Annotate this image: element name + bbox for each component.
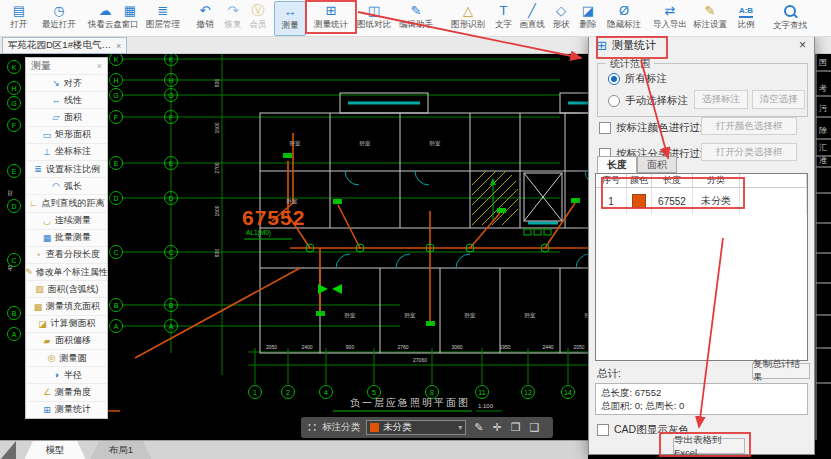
svg-text:卧室: 卧室 <box>360 140 372 146</box>
measure-panel-item-11[interactable]: ✎修改单个标注属性 <box>26 263 107 280</box>
measure-panel-item-14[interactable]: ◪计算侧面积 <box>26 315 107 332</box>
measure-item-icon: ◠ <box>51 181 61 191</box>
copy-total-button[interactable]: 复制总计结果 <box>752 363 810 379</box>
measure-panel-item-5[interactable]: ≣设置标注比例 <box>26 160 107 177</box>
paste-icon[interactable]: ❑ <box>530 421 540 434</box>
svg-text:1: 1 <box>253 389 257 396</box>
layout-tab-模型[interactable]: 模型 <box>24 441 86 459</box>
tab-area[interactable]: 面积 <box>637 156 677 173</box>
row-category-cell: 未分类 <box>693 188 740 214</box>
dialog-close-icon[interactable]: × <box>799 38 806 52</box>
move-icon[interactable]: ✛ <box>493 421 502 434</box>
svg-text:82: 82 <box>7 190 13 196</box>
row-color-swatch <box>632 194 646 208</box>
svg-text:K: K <box>12 64 17 71</box>
measure-panel-item-19[interactable]: ⊞测量统计 <box>26 401 107 418</box>
summary-total-area: 总面积: 0; 总周长: 0 <box>601 399 802 412</box>
measure-panel-item-7[interactable]: ∟点到直线的距离 <box>26 194 107 211</box>
svg-text:C: C <box>11 257 16 264</box>
measure-item-icon: ≣ <box>33 164 43 174</box>
toolbar-button-open[interactable]: ▤打开 <box>2 1 36 34</box>
measure-item-icon: ◎ <box>47 353 57 363</box>
measure-panel-item-1[interactable]: ↔线性 <box>26 91 107 108</box>
copy-icon[interactable]: ❐ <box>511 421 521 434</box>
toolbar-button-vip[interactable]: Ⓥ会员 <box>243 1 273 34</box>
toolbar-button-text[interactable]: T文字 <box>490 1 517 34</box>
measure-panel-item-13[interactable]: ▩测量填充面积 <box>26 297 107 314</box>
toolbar-button-import-export[interactable]: ⇄导入导出 <box>648 1 692 34</box>
toolbar-button-shapes[interactable]: ◇形状 <box>548 1 574 34</box>
recent-open-label: 最近打开 <box>42 19 76 31</box>
svg-text:污: 污 <box>819 104 827 113</box>
draw-line-icon: ╱ <box>528 4 536 18</box>
measure-panel-item-17[interactable]: ◑半径 <box>26 366 107 383</box>
toolbar-button-hide-annotation[interactable]: Ø隐藏标注 <box>602 1 646 34</box>
measure-panel-item-9[interactable]: ▦批量测量 <box>26 229 107 246</box>
toolbar-button-drawing-compare[interactable]: ◫图纸对比 <box>352 1 396 34</box>
svg-text:1500: 1500 <box>214 205 220 216</box>
svg-text:D: D <box>11 203 16 210</box>
toolbar-button-draw-line[interactable]: ╱画直线 <box>516 1 548 34</box>
measure-stats-dialog: ⊞ 测量统计 × 统计范围 所有标注 手动选择标注 选择标注 清空选择 按标注颜… <box>588 32 815 455</box>
layout-tab-bar: 模型布局1 <box>0 440 588 459</box>
clear-selection-button[interactable]: 清空选择 <box>752 90 805 109</box>
measure-panel-close-icon[interactable]: × <box>97 61 102 71</box>
document-tab[interactable]: 军苑花园D区1#楼电气… × <box>2 37 127 54</box>
toolbar-button-layer-manage[interactable]: ≣图层管理 <box>141 1 185 34</box>
svg-text:14: 14 <box>564 389 572 396</box>
import-export-icon: ⇄ <box>665 4 676 18</box>
toolbar-button-annotation-settings[interactable]: ✎标注设置 <box>688 1 732 34</box>
open-class-picker-button[interactable]: 打开分类选择框 <box>701 143 797 161</box>
tab-length[interactable]: 长度 <box>597 156 637 173</box>
svg-text:卧室: 卧室 <box>290 140 302 146</box>
measure-panel-item-0[interactable]: ↘对齐 <box>26 74 107 91</box>
toolbar-button-delete[interactable]: ◪删除 <box>575 1 601 34</box>
measure-panel-item-6[interactable]: ◠弧长 <box>26 177 107 194</box>
svg-text:2760: 2760 <box>397 344 408 350</box>
radio-all-annotations[interactable] <box>608 73 620 85</box>
classify-dropdown[interactable]: 未分类 ▾ <box>366 420 466 435</box>
measure-panel-item-18[interactable]: ∠测量角度 <box>26 383 107 400</box>
elevator <box>524 173 562 235</box>
export-excel-button[interactable]: 导出表格到Excel <box>673 438 745 454</box>
svg-text:27060: 27060 <box>413 357 427 363</box>
document-tab-close-icon[interactable]: × <box>116 41 121 51</box>
text-find-label: 文字查找 <box>773 20 807 32</box>
svg-text:900: 900 <box>346 344 355 350</box>
toolbar-button-shape-recognize[interactable]: △图形识别 <box>446 1 490 34</box>
open-color-picker-button[interactable]: 打开颜色选择框 <box>701 117 797 135</box>
filter-by-color-checkbox[interactable] <box>599 122 611 134</box>
measure-panel-item-2[interactable]: ▱面积 <box>26 108 107 125</box>
measure-panel-item-3[interactable]: ▭矩形面积 <box>26 126 107 143</box>
table-header-cell: 分类 <box>693 174 740 187</box>
svg-text:930: 930 <box>214 79 220 88</box>
measure-panel-item-16[interactable]: ◎测量圆 <box>26 349 107 366</box>
cad-gray-checkbox[interactable] <box>597 424 609 436</box>
measure-item-label: 半径 <box>64 369 82 382</box>
measure-panel-item-15[interactable]: ▰面积偏移 <box>26 332 107 349</box>
toolbar-button-scale-ratio[interactable]: A:B比例 <box>733 1 759 34</box>
toolbar-button-text-find[interactable]: 文字查找 <box>768 1 812 34</box>
table-row[interactable]: 167552未分类 <box>596 188 807 214</box>
measure-item-label: 对齐 <box>64 77 82 90</box>
toolbar-button-recent-open[interactable]: ◷最近打开 <box>37 1 81 34</box>
edit-icon[interactable]: ✎ <box>474 421 483 434</box>
document-tab-label: 军苑花园D区1#楼电气… <box>8 39 111 52</box>
measure-panel-item-10[interactable]: ◔查看分段长度 <box>26 246 107 263</box>
toolbar-button-measure[interactable]: ↔测量 <box>274 1 306 36</box>
svg-text:G: G <box>168 92 173 99</box>
select-annotations-button[interactable]: 选择标注 <box>694 90 748 109</box>
radio-manual-select[interactable] <box>608 95 620 107</box>
measure-item-icon: ▱ <box>51 112 61 122</box>
measure-panel-item-12[interactable]: ▨面积(含弧线) <box>26 280 107 297</box>
stats-range-legend: 统计范围 <box>606 57 654 71</box>
measure-results-table[interactable]: 序号颜色长度分类 167552未分类 <box>595 173 808 361</box>
apps-grid-icon[interactable]: ∷ <box>308 421 316 434</box>
measure-panel-item-4[interactable]: ⊥坐标标注 <box>26 143 107 160</box>
measure-panel-item-8[interactable]: ◡连续测量 <box>26 212 107 229</box>
toolbar-button-measure-stats[interactable]: ⊞测量统计 <box>308 1 354 34</box>
shape-recognize-label: 图形识别 <box>451 19 485 31</box>
layout-tab-布局1[interactable]: 布局1 <box>90 441 152 459</box>
toolbar-button-edit-assistant[interactable]: ✎编辑助手 <box>394 1 438 34</box>
table-header-cell: 长度 <box>652 174 693 187</box>
